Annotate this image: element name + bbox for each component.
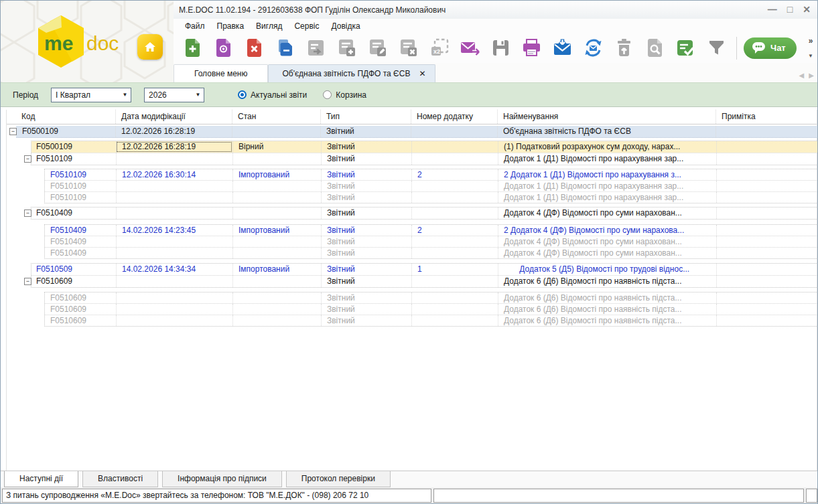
menu-service[interactable]: Сервіс	[288, 20, 325, 32]
table-row[interactable]: −F050010912.02.2026 16:28:19ЗвітнийОб'єд…	[16, 126, 818, 137]
bottom-tab-next-actions[interactable]: Наступні дії	[4, 471, 78, 487]
radio-trash[interactable]: Корзина	[323, 90, 366, 100]
bottom-tab-properties[interactable]: Властивості	[82, 471, 158, 487]
status-empty-panel	[433, 489, 804, 503]
tree-collapse-icon[interactable]: −	[9, 128, 17, 135]
tab-close-icon[interactable]: ✕	[419, 65, 425, 83]
verify-report-button[interactable]	[675, 37, 697, 59]
column-header-date[interactable]: Дата модифікації	[115, 110, 232, 124]
table-row[interactable]: F0510109ЗвітнийДодаток 1 (Д1) Відомості …	[45, 180, 817, 191]
table-row[interactable]: −F0510609ЗвітнийДодаток 6 (Д6) Відомості…	[31, 275, 817, 287]
column-header-type[interactable]: Тип	[320, 110, 411, 124]
cell-num	[411, 315, 498, 326]
toolbar-overflow-icon[interactable]: »	[809, 36, 813, 46]
cell-name: Додаток 4 (ДФ) Відомості про суми нарахо…	[498, 207, 716, 219]
check-document-button[interactable]	[644, 37, 666, 59]
table-row[interactable]: −F0510409ЗвітнийДодаток 4 (ДФ) Відомості…	[31, 207, 817, 219]
menu-file[interactable]: Файл	[179, 20, 211, 32]
combo-arrow-icon: ▼	[192, 92, 204, 98]
send-report-button[interactable]	[459, 37, 481, 59]
cell-num	[411, 141, 498, 153]
receive-mail-button[interactable]	[551, 37, 573, 59]
table-row[interactable]: F0510609ЗвітнийДодаток 6 (Д6) Відомості …	[45, 303, 817, 315]
tab-scroll-right-icon[interactable]: ▶	[809, 72, 814, 79]
column-header-num[interactable]: Номер додатку	[411, 110, 497, 124]
cell-note	[716, 225, 818, 236]
cell-note	[716, 248, 818, 258]
table-row[interactable]: F0510609ЗвітнийДодаток 6 (Д6) Відомості …	[45, 292, 817, 303]
save-button[interactable]	[490, 37, 512, 59]
cell-state	[232, 276, 321, 287]
filter-button[interactable]	[705, 37, 728, 59]
year-select[interactable]: 2026 ▼	[144, 88, 204, 102]
tree-collapse-icon[interactable]: −	[24, 209, 31, 217]
table-row[interactable]: F051050914.02.2026 14:34:34ІмпортованийЗ…	[31, 264, 817, 275]
tab-scroll-left-icon[interactable]: ◀	[799, 72, 805, 79]
cell-num	[411, 248, 498, 258]
duplicate-x2-button[interactable]: x2	[428, 37, 450, 59]
delete-report-button[interactable]	[243, 37, 265, 59]
tab-unified-reporting[interactable]: Об'єднана звітність ПДФО та ЄСВ ✕	[268, 64, 435, 82]
copy-report-button[interactable]	[274, 37, 296, 59]
close-icon[interactable]: ✕	[803, 3, 811, 15]
home-button[interactable]	[137, 34, 163, 60]
cell-name: Додаток 6 (Д6) Відомості про наявність п…	[498, 315, 716, 326]
title-bar: M.E.DOC 11.02.194 - 2912603638 ФОП Гуділ…	[174, 1, 817, 19]
cell-name: 2 Додаток 1 (Д1) Відомості про нарахуван…	[498, 169, 716, 180]
cell-num	[411, 236, 498, 247]
menu-edit[interactable]: Правка	[211, 20, 251, 32]
open-report-button[interactable]	[212, 37, 234, 59]
chat-button[interactable]: Чат	[744, 37, 797, 59]
table-row[interactable]: F0510409ЗвітнийДодаток 4 (ДФ) Відомості …	[45, 236, 817, 247]
print-button[interactable]	[521, 37, 543, 59]
radio-actual-reports[interactable]: Актуальні звіти	[238, 90, 307, 100]
cell-state	[232, 126, 320, 137]
sync-mail-button[interactable]	[582, 37, 604, 59]
tab-main-menu[interactable]: Головне меню	[174, 64, 268, 82]
column-header-note[interactable]: Примітка	[715, 110, 817, 124]
cell-date: 12.02.2026 16:28:19	[115, 126, 232, 137]
logo-panel: me doc	[1, 1, 174, 82]
edit-record-button[interactable]	[366, 37, 389, 59]
tab-label: Об'єднана звітність ПДФО та ЄСВ	[282, 65, 410, 83]
table-row[interactable]: F051010912.02.2026 16:30:14ІмпортованийЗ…	[45, 169, 817, 180]
column-header-name[interactable]: Найменування	[497, 110, 715, 124]
cell-note	[716, 207, 818, 219]
column-header-code[interactable]: Код	[16, 110, 115, 124]
cell-note	[716, 153, 818, 165]
toolbar: x2	[174, 33, 817, 63]
add-record-button[interactable]	[336, 37, 358, 59]
bottom-tabbar: Наступні дії Властивості Інформація про …	[1, 471, 818, 487]
cell-code: F0510109	[50, 181, 116, 191]
window-title: M.E.DOC 11.02.194 - 2912603638 ФОП Гуділ…	[179, 5, 446, 15]
table-row[interactable]: −F0510109ЗвітнийДодаток 1 (Д1) Відомості…	[31, 153, 817, 165]
bottom-tab-check-protocol[interactable]: Протокол перевірки	[286, 471, 391, 487]
column-header-state[interactable]: Стан	[232, 110, 320, 124]
menu-view[interactable]: Вигляд	[250, 20, 288, 32]
bottom-tab-signatures[interactable]: Інформація про підписи	[162, 471, 282, 487]
toolbar-dropdown-icon[interactable]: ▼	[808, 53, 813, 59]
menu-help[interactable]: Довідка	[325, 20, 366, 32]
table-row[interactable]: F050010912.02.2026 16:28:19ВірнийЗвітний…	[31, 141, 817, 153]
cell-code: F0510409	[50, 225, 116, 236]
table-row[interactable]: F0510609ЗвітнийДодаток 6 (Д6) Відомості …	[45, 315, 817, 326]
cell-state	[232, 315, 321, 326]
table-row[interactable]: F051040914.02.2026 14:23:45ІмпортованийЗ…	[45, 225, 817, 236]
toolbar-overflow: » ▼	[808, 36, 813, 59]
tree-collapse-icon[interactable]: −	[24, 155, 31, 163]
cell-name: Додаток 4 (ДФ) Відомості про суми нарахо…	[498, 248, 716, 258]
quarter-select[interactable]: І Квартал ▼	[51, 88, 131, 102]
remove-record-button[interactable]	[397, 37, 419, 59]
table-row[interactable]: F0510109ЗвітнийДодаток 1 (Д1) Відомості …	[45, 191, 817, 203]
cell-name: Додаток 6 (Д6) Відомості про наявність п…	[498, 304, 716, 315]
create-report-button[interactable]	[182, 37, 204, 59]
cell-state: Імпортований	[232, 264, 321, 275]
tree-collapse-icon[interactable]: −	[24, 278, 31, 285]
maximize-icon[interactable]: □	[787, 3, 793, 15]
export-report-button[interactable]	[305, 37, 327, 59]
minimize-icon[interactable]: —	[768, 3, 777, 15]
table-row[interactable]: F0510409ЗвітнийДодаток 4 (ДФ) Відомості …	[45, 247, 817, 258]
cell-date	[116, 181, 232, 191]
restore-from-trash-button[interactable]	[613, 37, 635, 59]
cell-date: 12.02.2026 16:28:19	[116, 141, 232, 153]
